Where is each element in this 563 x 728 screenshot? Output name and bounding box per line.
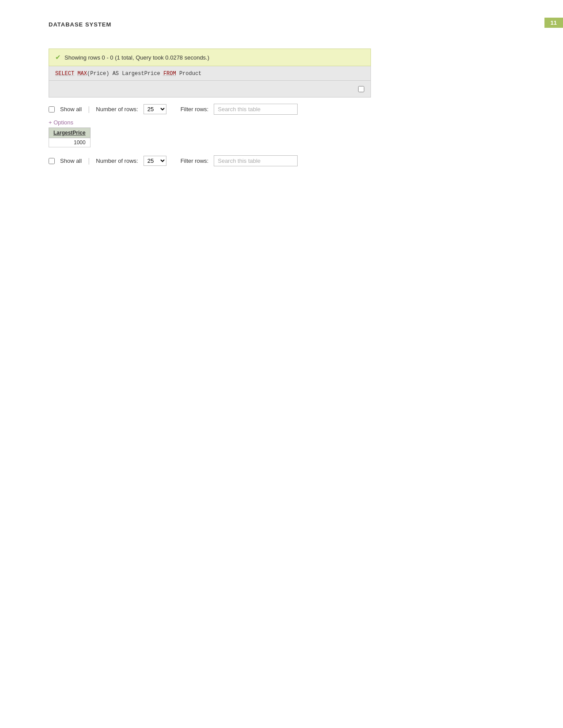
bottom-divider: | — [88, 157, 90, 165]
bottom-num-rows-label: Number of rows: — [96, 158, 138, 164]
top-num-rows-label: Number of rows: — [96, 106, 138, 113]
top-show-all-checkbox[interactable] — [49, 106, 55, 113]
sql-alias: LargestPrice — [122, 71, 160, 77]
top-num-rows-select[interactable]: 25 50 100 250 500 — [144, 104, 166, 114]
sql-display: SELECT MAX(Price) AS LargestPrice FROM P… — [49, 66, 371, 81]
sql-from-keyword: FROM — [163, 71, 176, 77]
bottom-filter-input[interactable] — [214, 155, 298, 166]
sql-as-keyword: AS — [113, 71, 119, 77]
bottom-filter-label: Filter rows: — [181, 158, 209, 164]
bottom-num-rows-select[interactable]: 25 50 100 250 500 — [144, 156, 166, 166]
bottom-controls-row: Show all | Number of rows: 25 50 100 250… — [49, 155, 371, 166]
result-banner-text: Showing rows 0 - 0 (1 total, Query took … — [64, 54, 209, 61]
check-icon: ✔ — [55, 53, 61, 61]
page-title: DATABASE SYSTEM — [49, 21, 111, 28]
sql-select-keyword: SELECT — [55, 71, 74, 77]
result-table: LargestPrice 1000 — [49, 128, 91, 147]
sql-price-col: Price — [90, 71, 106, 77]
bottom-show-all-checkbox[interactable] — [49, 158, 55, 164]
sql-max-func: MAX — [77, 71, 87, 77]
bottom-show-all-label[interactable]: Show all — [60, 158, 82, 164]
page-number-badge: 11 — [544, 18, 563, 28]
top-filter-input[interactable] — [214, 104, 298, 115]
top-controls-row: Show all | Number of rows: 25 50 100 250… — [49, 104, 371, 115]
select-all-checkbox[interactable] — [358, 86, 364, 92]
table-row: 1000 — [49, 138, 91, 147]
column-header-largestprice[interactable]: LargestPrice — [49, 128, 91, 138]
options-link[interactable]: + Options — [49, 119, 73, 126]
cell-largestprice-value: 1000 — [49, 138, 91, 147]
top-filter-label: Filter rows: — [181, 106, 209, 113]
main-content: ✔ Showing rows 0 - 0 (1 total, Query too… — [49, 49, 371, 171]
sql-table: Product — [179, 71, 201, 77]
top-show-all-label[interactable]: Show all — [60, 106, 82, 113]
top-divider: | — [88, 105, 90, 113]
result-banner: ✔ Showing rows 0 - 0 (1 total, Query too… — [49, 49, 371, 66]
table-header-row — [49, 81, 371, 98]
